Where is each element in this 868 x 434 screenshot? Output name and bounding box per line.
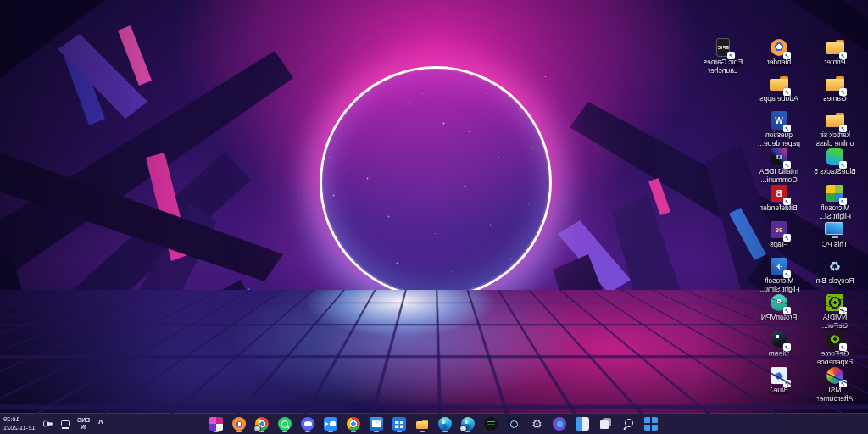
- desktop-icon-intellij[interactable]: IntelliJ IDEA Communi...: [753, 147, 805, 183]
- blender-icon: [233, 417, 247, 431]
- network-icon[interactable]: [60, 420, 70, 429]
- shortcut-arrow-icon: [783, 198, 791, 205]
- language-indicator[interactable]: ENGIN: [77, 417, 90, 431]
- taskbar-start-button[interactable]: [643, 415, 660, 433]
- shortcut-arrow-icon: [783, 125, 791, 132]
- desktop-icon-games[interactable]: Games: [809, 74, 861, 110]
- shortcut-arrow-icon: [727, 52, 735, 59]
- stars: [545, 76, 546, 77]
- shortcut-arrow-icon: [839, 52, 847, 59]
- taskbar-spotify-button[interactable]: [482, 415, 500, 433]
- taskbar-file-explorer-button[interactable]: [414, 415, 431, 433]
- neon-ring-interior: [324, 70, 548, 294]
- shortcut-arrow-icon: [783, 52, 791, 59]
- taskbar-widgets-button[interactable]: [574, 415, 592, 433]
- taskbar-clock[interactable]: 16:2912-11-2021: [3, 415, 36, 432]
- taskbar-task-view-button[interactable]: [597, 415, 615, 433]
- widgets-icon: [576, 417, 590, 431]
- desktop-icon-label: Recycle Bin: [816, 277, 854, 286]
- desktop-icon-blender[interactable]: blender: [753, 37, 805, 74]
- shortcut-arrow-icon: [839, 198, 847, 205]
- desktop-icon-kartick-sir-online-class[interactable]: kartick sir online class: [809, 110, 861, 147]
- desktop-icon-label: blender: [767, 58, 791, 67]
- taskbar-pixel-game-button[interactable]: [208, 415, 225, 433]
- desktop-icon-protonvpn[interactable]: ProtonVPN: [753, 292, 805, 329]
- desktop-icon-column-1: Printer Games kartick sir online class B…: [809, 37, 861, 402]
- shortcut-arrow-icon: [783, 234, 791, 242]
- taskbar-discord-button[interactable]: [299, 415, 317, 433]
- desktop-icon-flight-simulator[interactable]: Microsoft Flight Simu...: [753, 256, 805, 292]
- desktop-icon-msi-afterburner[interactable]: MSI Afterburner: [809, 365, 861, 402]
- windows-start-icon: [645, 417, 659, 431]
- clock-date: 12-11-2021: [3, 424, 36, 431]
- intellij-icon: [769, 147, 789, 167]
- desktop-icon-printer[interactable]: Printer: [809, 37, 861, 74]
- taskbar-settings-button[interactable]: [528, 415, 546, 433]
- desktop-icon-column-2: blender Adobe apps question paper debe..…: [753, 37, 805, 402]
- blender-icon: [769, 37, 789, 58]
- spotify-icon: [485, 417, 498, 431]
- folder-icon: [825, 110, 845, 131]
- volume-icon[interactable]: [42, 419, 53, 429]
- desktop-icon-recycle-bin[interactable]: Recycle Bin: [809, 256, 861, 292]
- desktop-icon-fraps[interactable]: Fraps: [753, 220, 805, 256]
- tray-chevron-icon[interactable]: ^: [97, 418, 105, 430]
- zoom-camera-icon: [325, 417, 338, 431]
- desktop-icon-geforce-experience[interactable]: GeForce Experience: [809, 329, 861, 365]
- taskbar-mail-button[interactable]: [368, 415, 386, 433]
- shortcut-arrow-icon: [839, 307, 847, 314]
- desktop-icon-question-paper[interactable]: question paper debe...: [753, 110, 805, 147]
- word-document-icon: [769, 110, 789, 131]
- desktop-icon-label: BlueJ: [770, 387, 787, 395]
- desktop-icon-area: Printer Games kartick sir online class B…: [697, 37, 861, 402]
- desktop-icon-bluej[interactable]: BlueJ: [753, 365, 805, 402]
- gear-icon: [531, 417, 544, 431]
- taskbar-edge-beta-button[interactable]: [459, 415, 477, 433]
- desktop-icon-label: NVIDIA GeFor...: [822, 314, 849, 330]
- desktop-icon-label: question paper debe...: [758, 131, 800, 147]
- task-view-icon: [599, 417, 613, 431]
- fraps-icon: [769, 220, 789, 240]
- folder-icon: [825, 74, 845, 94]
- shortcut-arrow-icon: [839, 161, 847, 169]
- folder-icon: [769, 74, 789, 94]
- nvidia-icon: [825, 292, 845, 313]
- taskbar-chrome-profile-button[interactable]: [253, 415, 271, 433]
- taskbar-blender-button[interactable]: [231, 415, 248, 433]
- desktop-icon-label: Microsoft Flight Simu...: [758, 277, 800, 293]
- desktop-icon-label: GeForce Experience: [817, 350, 854, 366]
- desktop-icon-adobe-apps[interactable]: Adobe apps: [753, 74, 805, 110]
- folder-icon: [825, 37, 845, 58]
- mirrored-desktop: Printer Games kartick sir online class B…: [0, 0, 868, 434]
- taskbar-ring-app-button[interactable]: [505, 415, 523, 433]
- desktop-icon-bluestacks[interactable]: BlueStacks 5: [809, 147, 861, 183]
- desktop-icon-microsoft-flight-pack[interactable]: Microsoft Flight Si...: [809, 183, 861, 220]
- desktop-icon-label: This PC: [822, 241, 848, 249]
- steam-icon: [769, 329, 789, 349]
- taskbar-whatsapp-button[interactable]: [276, 415, 294, 433]
- taskbar-cortana-button[interactable]: [551, 415, 569, 433]
- edge-icon: [462, 417, 476, 431]
- taskbar-store-button[interactable]: [391, 415, 409, 433]
- protonvpn-icon: [769, 292, 789, 313]
- taskbar-chrome-button[interactable]: [345, 415, 363, 433]
- search-icon: [622, 417, 636, 431]
- system-tray: ^ ENGIN 16:2912-11-2021: [3, 414, 105, 434]
- desktop-icon-bitdefender[interactable]: Bitdefender: [753, 183, 805, 220]
- desktop-icon-label: IntelliJ IDEA Communi...: [760, 168, 798, 184]
- desktop-icon-nvidia[interactable]: NVIDIA GeFor...: [809, 292, 861, 329]
- desktop-icon-label: Fraps: [770, 241, 788, 249]
- taskbar-search-button[interactable]: [620, 415, 637, 433]
- shortcut-arrow-icon: [783, 307, 791, 314]
- taskbar-edge-button[interactable]: [437, 415, 454, 433]
- shortcut-arrow-icon: [783, 88, 791, 96]
- desktop-icon-steam[interactable]: Steam: [753, 329, 805, 365]
- desktop-icon-epic-games[interactable]: Epic Games Launcher: [697, 37, 749, 74]
- geforce-icon: [825, 329, 845, 349]
- desktop-icon-this-pc[interactable]: This PC: [809, 220, 861, 256]
- taskbar-zoom-button[interactable]: [322, 415, 340, 433]
- edge-icon: [439, 417, 453, 431]
- bluej-icon: [769, 365, 789, 386]
- desktop-icon-label: Bitdefender: [760, 204, 797, 213]
- shortcut-arrow-icon: [783, 161, 791, 169]
